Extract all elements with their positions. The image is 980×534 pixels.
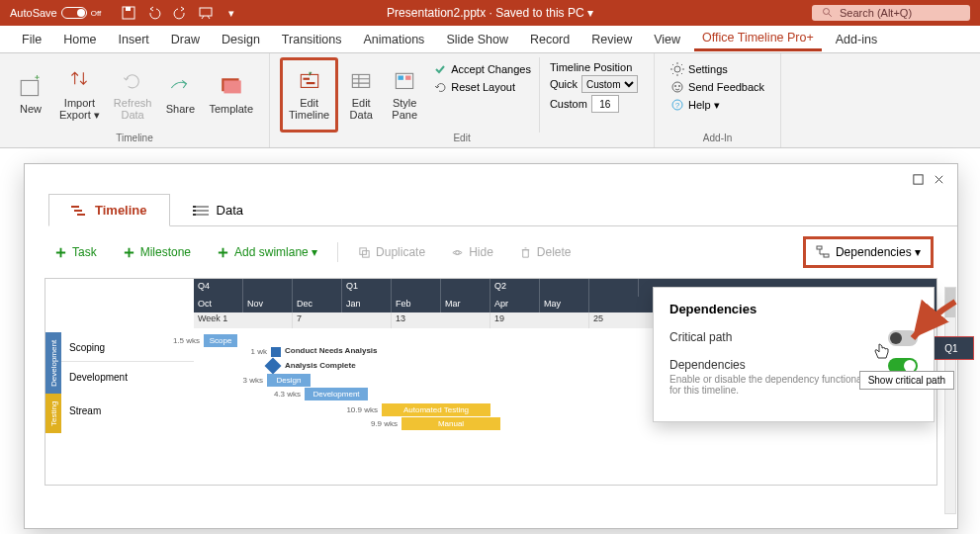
tab-home[interactable]: Home xyxy=(55,29,104,50)
svg-rect-8 xyxy=(303,78,310,80)
titlebar: AutoSave Off ▾ Presentation2.pptx · Save… xyxy=(0,0,980,26)
group-label-addin: Add-In xyxy=(665,133,770,145)
tab-animations[interactable]: Animations xyxy=(356,29,433,50)
custom-input[interactable] xyxy=(591,95,619,113)
svg-rect-9 xyxy=(306,82,314,84)
share-button[interactable]: Share xyxy=(159,57,201,133)
svg-rect-12 xyxy=(399,76,403,80)
style-pane-button[interactable]: Style Pane xyxy=(384,57,425,133)
settings-button[interactable]: Settings xyxy=(670,61,764,77)
tab-insert[interactable]: Insert xyxy=(111,29,157,50)
quick-select[interactable]: Custom xyxy=(581,75,638,93)
ribbon-group-timeline: New Import Export ▾ Refresh Data Share T… xyxy=(0,53,270,147)
tab-office-timeline[interactable]: Office Timeline Pro+ xyxy=(694,27,822,51)
svg-text:?: ? xyxy=(675,101,680,110)
svg-rect-7 xyxy=(301,74,317,87)
svg-point-17 xyxy=(678,85,680,87)
tab-review[interactable]: Review xyxy=(583,29,640,50)
redo-icon[interactable] xyxy=(172,5,188,21)
svg-point-16 xyxy=(674,85,676,87)
tab-view[interactable]: View xyxy=(646,29,688,50)
ribbon-tabs: File Home Insert Draw Design Transitions… xyxy=(0,26,980,53)
tab-design[interactable]: Design xyxy=(214,29,268,50)
edit-timeline-button[interactable]: Edit Timeline xyxy=(280,57,338,133)
feedback-button[interactable]: Send Feedback xyxy=(670,79,764,95)
ribbon-group-edit: Edit Timeline Edit Data Style Pane Accep… xyxy=(270,53,655,147)
presenter-icon[interactable] xyxy=(198,5,214,21)
reset-layout-button[interactable]: Reset Layout xyxy=(433,79,531,95)
quick-label: Quick xyxy=(550,78,578,90)
tab-file[interactable]: File xyxy=(14,29,49,50)
save-icon[interactable] xyxy=(121,5,136,21)
tab-addins[interactable]: Add-ins xyxy=(828,29,885,50)
timeline-position-label: Timeline Position xyxy=(550,61,638,73)
tab-slideshow[interactable]: Slide Show xyxy=(438,29,516,50)
quick-access-toolbar: ▾ xyxy=(121,5,239,21)
tab-record[interactable]: Record xyxy=(522,29,578,50)
new-button[interactable]: New xyxy=(10,57,51,133)
search-box[interactable]: Search (Alt+Q) xyxy=(812,5,970,21)
search-icon xyxy=(822,7,834,19)
template-button[interactable]: Template xyxy=(203,57,259,133)
autosave-state: Off xyxy=(91,9,102,18)
svg-point-14 xyxy=(674,66,680,72)
undo-icon[interactable] xyxy=(146,5,162,21)
svg-rect-2 xyxy=(200,8,212,16)
svg-rect-4 xyxy=(21,80,38,95)
edit-data-button[interactable]: Edit Data xyxy=(340,57,382,133)
autosave-label: AutoSave xyxy=(10,7,57,19)
tab-transitions[interactable]: Transitions xyxy=(274,29,350,50)
accept-changes-button[interactable]: Accept Changes xyxy=(433,61,531,77)
autosave[interactable]: AutoSave Off xyxy=(10,7,101,19)
tab-draw[interactable]: Draw xyxy=(163,29,208,50)
qat-more-icon[interactable]: ▾ xyxy=(223,5,239,21)
svg-point-3 xyxy=(824,9,830,15)
svg-rect-1 xyxy=(126,7,131,11)
custom-label: Custom xyxy=(550,98,587,110)
group-label-edit: Edit xyxy=(280,133,644,145)
search-placeholder: Search (Alt+Q) xyxy=(840,7,912,19)
autosave-toggle[interactable] xyxy=(61,7,87,19)
ribbon-group-addin: Settings Send Feedback ?Help ▾ Add-In xyxy=(655,53,781,147)
import-export-button[interactable]: Import Export ▾ xyxy=(53,57,106,133)
refresh-button[interactable]: Refresh Data xyxy=(108,57,158,133)
document-title[interactable]: Presentation2.pptx · Saved to this PC ▾ xyxy=(387,6,593,20)
ribbon: New Import Export ▾ Refresh Data Share T… xyxy=(0,53,980,148)
help-button[interactable]: ?Help ▾ xyxy=(670,97,764,113)
svg-rect-10 xyxy=(353,74,370,87)
group-label-timeline: Timeline xyxy=(10,133,259,145)
svg-rect-6 xyxy=(223,80,240,93)
svg-rect-13 xyxy=(405,76,410,80)
